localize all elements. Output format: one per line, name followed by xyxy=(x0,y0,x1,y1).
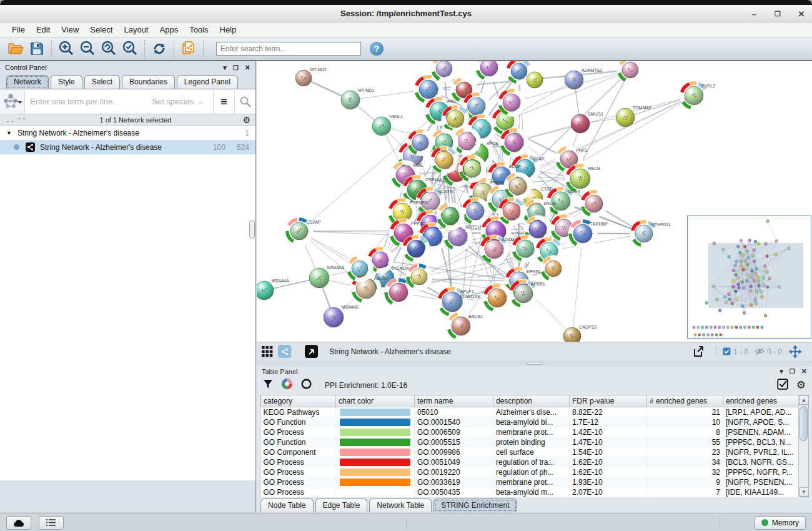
menu-file[interactable]: File xyxy=(6,24,31,36)
network-node-vsnl1[interactable]: VSNL1 xyxy=(372,114,403,136)
search-input[interactable] xyxy=(216,42,361,56)
network-node[interactable] xyxy=(458,155,487,183)
string-logo-dropdown[interactable]: STRING xyxy=(0,90,25,114)
string-search-icon[interactable] xyxy=(234,90,255,114)
menu-tools[interactable]: Tools xyxy=(184,24,214,36)
menu-apps[interactable]: Apps xyxy=(154,24,184,36)
panel-float-icon[interactable]: ❐ xyxy=(233,64,239,71)
network-canvas[interactable]: MT-ND2MT-ND1VSNL1GAB2ADAMTS2PVRL2TOMM40S… xyxy=(257,61,812,342)
panel-collapse-icon[interactable]: ▾ xyxy=(223,64,227,72)
table-panel-close-icon[interactable]: ✕ xyxy=(801,367,807,375)
tree-expanded-icon[interactable]: ▼ xyxy=(6,130,12,136)
memory-button[interactable]: Memory xyxy=(755,516,806,530)
network-node-mthfd1l[interactable]: MTHFD1L xyxy=(630,220,671,248)
table-row[interactable]: GO FunctionGO:0001540beta-amyloid bi...1… xyxy=(261,417,800,427)
network-node-bace2[interactable]: BACE2 xyxy=(447,312,483,341)
open-file-button[interactable] xyxy=(5,39,26,58)
set-species-label[interactable]: Set species → xyxy=(152,97,204,106)
minimize-button[interactable]: – xyxy=(750,9,758,19)
network-node-ms4a4a[interactable]: MS4A4A xyxy=(257,279,289,300)
table-row[interactable]: GO ComponentGO:0009986cell surface1.54E-… xyxy=(261,447,800,457)
network-node[interactable] xyxy=(580,190,608,218)
collapse-all-icon[interactable]: ⌄⌄ xyxy=(5,117,14,124)
birds-eye-view[interactable] xyxy=(687,216,811,339)
network-node-apbb1[interactable]: APBB1 xyxy=(509,279,545,309)
tab-network-table[interactable]: Network Table xyxy=(369,499,432,512)
column-header-description[interactable]: description xyxy=(493,395,570,407)
network-node[interactable] xyxy=(540,256,567,282)
zoom-out-icon[interactable] xyxy=(77,39,98,58)
network-node-mt-nd1[interactable]: MT-ND1 xyxy=(341,88,374,109)
table-row[interactable]: GO ProcessGO:0006509membrane prot...1.42… xyxy=(261,427,800,437)
column-header--enriched-genes[interactable]: # enriched genes xyxy=(647,395,723,407)
ring-chart-icon[interactable] xyxy=(301,379,312,392)
save-session-button[interactable] xyxy=(26,39,47,58)
network-node[interactable] xyxy=(402,235,430,263)
network-node[interactable] xyxy=(347,256,374,282)
network-node-ms4a4e[interactable]: MS4A4E xyxy=(324,305,359,327)
network-node-cadps2[interactable]: CADPS2 xyxy=(563,325,597,342)
network-node[interactable] xyxy=(498,197,526,226)
tab-edge-table[interactable]: Edge Table xyxy=(315,499,368,512)
network-options-gear-icon[interactable]: ⚙ xyxy=(242,115,250,125)
scroll-up-icon[interactable]: ▲ xyxy=(799,395,809,405)
network-node[interactable] xyxy=(407,129,434,156)
enrichment-chart-icon[interactable] xyxy=(281,378,293,392)
grid-view-icon[interactable] xyxy=(262,346,273,357)
zoom-selected-icon[interactable] xyxy=(119,39,141,58)
network-node[interactable] xyxy=(437,202,465,231)
network-node-ms4a6a[interactable]: MS4A6A xyxy=(309,266,345,288)
column-header-enriched-genes[interactable]: enriched genes xyxy=(723,395,800,407)
column-header-term-name[interactable]: term name xyxy=(415,395,493,407)
refresh-icon[interactable] xyxy=(149,39,170,58)
string-options-menu-icon[interactable]: ≡ xyxy=(213,90,234,114)
help-icon[interactable]: ? xyxy=(370,42,384,56)
menu-select[interactable]: Select xyxy=(84,24,118,36)
network-node[interactable] xyxy=(504,172,532,201)
column-header-chart-color[interactable]: chart color xyxy=(336,395,415,407)
menu-edit[interactable]: Edit xyxy=(31,24,56,36)
task-list-button[interactable] xyxy=(39,516,64,530)
close-button[interactable]: ✕ xyxy=(797,9,806,19)
expand-all-icon[interactable]: ⌃⌃ xyxy=(17,117,26,124)
table-row[interactable]: GO ProcessGO:0019220regulation of ph...1… xyxy=(261,467,800,477)
network-node-pvrl2[interactable]: PVRL2 xyxy=(680,81,716,111)
open-in-browser-icon[interactable] xyxy=(305,345,318,358)
tab-select[interactable]: Select xyxy=(84,75,120,89)
column-header-category[interactable]: category xyxy=(261,395,336,407)
menu-layout[interactable]: Layout xyxy=(118,24,154,36)
network-node[interactable] xyxy=(462,197,490,226)
column-header-FDR-p-value[interactable]: FDR p-value xyxy=(570,395,647,407)
select-columns-icon[interactable] xyxy=(777,379,788,392)
export-network-icon[interactable] xyxy=(692,345,705,358)
table-settings-gear-icon[interactable]: ⚙ xyxy=(796,379,806,392)
table-row[interactable]: GO FunctionGO:0005515protein binding1.47… xyxy=(261,437,800,447)
tab-node-table[interactable]: Node Table xyxy=(260,499,314,512)
table-panel-float-icon[interactable]: ❐ xyxy=(790,368,795,375)
tab-style[interactable]: Style xyxy=(51,75,82,89)
zoom-fit-icon[interactable] xyxy=(98,39,119,58)
zoom-in-icon[interactable] xyxy=(56,39,77,58)
task-history-button[interactable] xyxy=(6,516,31,530)
panel-split-handle[interactable] xyxy=(249,220,255,239)
network-node[interactable] xyxy=(475,61,503,82)
network-collection-row[interactable]: ▼ String Network - Alzheimer's disease 1 xyxy=(0,126,255,140)
pan-navigate-icon[interactable] xyxy=(788,345,802,359)
network-node[interactable] xyxy=(430,146,458,174)
table-row[interactable]: KEGG Pathways05010Alzheimer's dise...8.8… xyxy=(261,407,800,417)
tab-legend-panel[interactable]: Legend Panel xyxy=(177,75,238,89)
table-row[interactable]: GO ProcessGO:0051049regulation of tra...… xyxy=(261,457,800,467)
scroll-down-icon[interactable]: ▼ xyxy=(799,487,809,497)
maximize-button[interactable]: ❐ xyxy=(773,10,782,18)
network-from-clipboard-icon[interactable] xyxy=(178,39,199,58)
filter-icon[interactable] xyxy=(263,379,273,392)
network-node[interactable] xyxy=(498,89,526,117)
scrollbar-thumb[interactable] xyxy=(800,406,808,441)
panel-close-icon[interactable]: ✕ xyxy=(245,64,250,72)
horizontal-divider[interactable] xyxy=(257,360,812,366)
menu-view[interactable]: View xyxy=(56,24,84,36)
network-node-adamts2[interactable]: ADAMTS2 xyxy=(565,68,602,89)
table-row[interactable]: GO ProcessGO:0050435beta-amyloid m...2.0… xyxy=(261,487,800,497)
network-node-mt-nd2[interactable]: MT-ND2 xyxy=(295,67,327,86)
tab-string-enrichment[interactable]: STRING Enrichment xyxy=(433,499,517,512)
